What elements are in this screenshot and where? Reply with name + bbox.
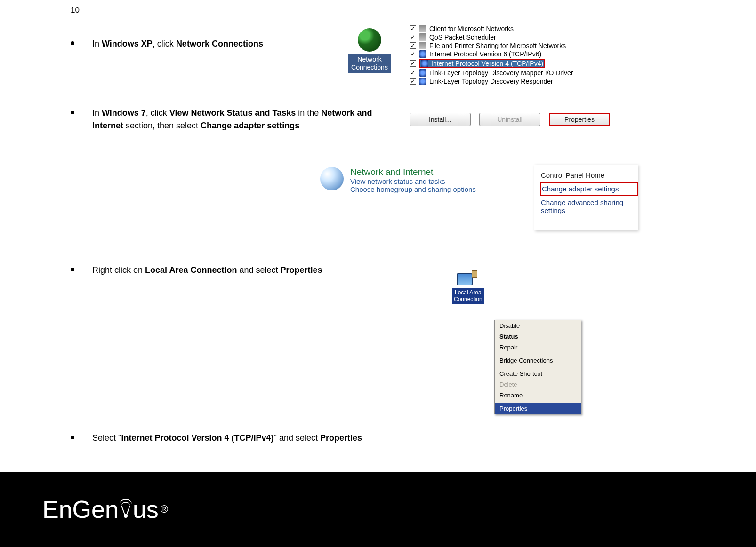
- protocol-row[interactable]: Link-Layer Topology Discovery Responder: [410, 77, 635, 86]
- protocol-icon: [419, 50, 426, 58]
- protocol-label: QoS Packet Scheduler: [429, 33, 496, 41]
- protocol-icon: [419, 33, 426, 41]
- protocol-label: Client for Microsoft Networks: [429, 25, 514, 32]
- protocol-row[interactable]: File and Printer Sharing for Microsoft N…: [410, 41, 635, 50]
- text: Change adapter settings: [201, 121, 299, 130]
- globe-icon: [358, 28, 381, 52]
- bullet-icon: [71, 268, 74, 271]
- text: In: [92, 39, 102, 48]
- text: Internet Protocol Version 4 (TCP/IPv4): [121, 433, 273, 443]
- network-connections-shortcut[interactable]: Network Connections: [339, 28, 400, 73]
- change-advanced-sharing-link[interactable]: Change advanced sharing settings: [540, 196, 638, 217]
- control-panel-home-link[interactable]: Control Panel Home: [540, 168, 638, 182]
- local-area-connection-shortcut[interactable]: Local Area Connection: [452, 270, 484, 304]
- protocol-label: Internet Protocol Version 6 (TCP/IPv6): [429, 50, 541, 58]
- checkbox[interactable]: [410, 60, 416, 67]
- protocol-label: File and Printer Sharing for Microsoft N…: [429, 42, 566, 49]
- main-content: In Windows XP, click Network Connections…: [71, 38, 683, 454]
- context-menu: DisableStatusRepairBridge ConnectionsCre…: [494, 320, 581, 414]
- bullet-text: Select "Internet Protocol Version 4 (TCP…: [92, 432, 362, 444]
- checkbox[interactable]: [410, 42, 416, 49]
- lan-icon: [457, 270, 477, 287]
- logo-text: EnGen: [42, 495, 119, 523]
- text: and select: [237, 265, 280, 275]
- antenna-icon: [119, 500, 132, 519]
- text: Select ": [92, 433, 121, 443]
- menu-item-rename[interactable]: Rename: [495, 390, 581, 401]
- protocol-row[interactable]: Internet Protocol Version 6 (TCP/IPv6): [410, 50, 635, 58]
- logo-text: us: [133, 495, 159, 523]
- change-adapter-settings-link[interactable]: Change adapter settings: [540, 182, 638, 196]
- checkbox[interactable]: [410, 34, 416, 40]
- menu-item-bridge-connections[interactable]: Bridge Connections: [495, 355, 581, 366]
- protocol-icon: [421, 60, 428, 67]
- text: Properties: [280, 265, 322, 275]
- bullet-item: Select "Internet Protocol Version 4 (TCP…: [71, 432, 683, 444]
- network-internet-title[interactable]: Network and Internet: [350, 167, 476, 177]
- network-internet-icon: [320, 167, 344, 190]
- network-components-list: Client for Microsoft NetworksQoS Packet …: [410, 24, 635, 86]
- text: Windows 7: [102, 108, 146, 118]
- protocol-label: Internet Protocol Version 4 (TCP/IPv4): [431, 60, 543, 67]
- text: Local Area Connection: [145, 265, 237, 275]
- text: , click: [146, 108, 169, 118]
- protocol-icon: [419, 42, 426, 49]
- uninstall-button: Uninstall: [479, 113, 540, 126]
- footer: EnGenus®: [0, 472, 756, 547]
- text: Right click on: [92, 265, 145, 275]
- menu-item-repair[interactable]: Repair: [495, 342, 581, 353]
- menu-item-status[interactable]: Status: [495, 331, 581, 342]
- menu-item-create-shortcut[interactable]: Create Shortcut: [495, 368, 581, 379]
- text: in the: [296, 108, 321, 118]
- bullet-text: Right click on Local Area Connection and…: [92, 264, 322, 277]
- menu-item-delete: Delete: [495, 379, 581, 390]
- menu-item-disable[interactable]: Disable: [495, 320, 581, 331]
- engenius-logo: EnGenus®: [42, 495, 168, 523]
- protocol-icon: [419, 69, 426, 77]
- bullet-text: In Windows XP, click Network Connections: [92, 38, 263, 50]
- text: " and select: [274, 433, 320, 443]
- text: section, then select: [123, 121, 201, 130]
- protocol-icon: [419, 25, 426, 32]
- text: , click: [153, 39, 176, 48]
- page-number: 10: [71, 6, 80, 15]
- bullet-icon: [71, 111, 74, 114]
- checkbox[interactable]: [410, 78, 416, 85]
- bullet-icon: [71, 436, 74, 439]
- selected-protocol-row[interactable]: Internet Protocol Version 4 (TCP/IPv4): [419, 59, 545, 68]
- protocol-row[interactable]: QoS Packet Scheduler: [410, 33, 635, 41]
- menu-item-properties[interactable]: Properties: [495, 403, 581, 414]
- bullet-text: In Windows 7, click View Network Status …: [92, 107, 394, 132]
- separator: [497, 354, 579, 354]
- text: Properties: [320, 433, 362, 443]
- separator: [497, 367, 579, 367]
- protocol-row[interactable]: Link-Layer Topology Discovery Mapper I/O…: [410, 69, 635, 77]
- install-button[interactable]: Install...: [410, 113, 471, 126]
- text: View Network Status and Tasks: [169, 108, 296, 118]
- bullet-icon: [71, 41, 74, 45]
- network-internet-panel: Network and Internet View network status…: [320, 167, 476, 193]
- choose-homegroup-link[interactable]: Choose homegroup and sharing options: [350, 185, 476, 193]
- bullet-item: Right click on Local Area Connection and…: [71, 264, 683, 277]
- view-network-status-link[interactable]: View network status and tasks: [350, 177, 476, 185]
- network-connections-label: Network Connections: [348, 54, 391, 73]
- text: In: [92, 108, 102, 118]
- checkbox[interactable]: [410, 25, 416, 32]
- protocol-label: Link-Layer Topology Discovery Mapper I/O…: [429, 69, 573, 77]
- text: Windows XP: [102, 39, 153, 48]
- registered-mark: ®: [161, 503, 168, 515]
- separator: [497, 402, 579, 402]
- network-internet-text: Network and Internet View network status…: [350, 167, 476, 193]
- checkbox[interactable]: [410, 70, 416, 76]
- checkbox[interactable]: [410, 51, 416, 57]
- protocol-icon: [419, 78, 426, 85]
- text: Network Connections: [176, 39, 263, 48]
- protocol-label: Link-Layer Topology Discovery Responder: [429, 78, 553, 85]
- control-panel-sidebar: Control Panel Home Change adapter settin…: [534, 165, 638, 230]
- local-area-connection-label: Local Area Connection: [452, 288, 484, 304]
- protocol-row[interactable]: Client for Microsoft Networks: [410, 24, 635, 33]
- properties-button[interactable]: Properties: [549, 113, 610, 126]
- dialog-buttons: Install... Uninstall Properties: [410, 113, 610, 126]
